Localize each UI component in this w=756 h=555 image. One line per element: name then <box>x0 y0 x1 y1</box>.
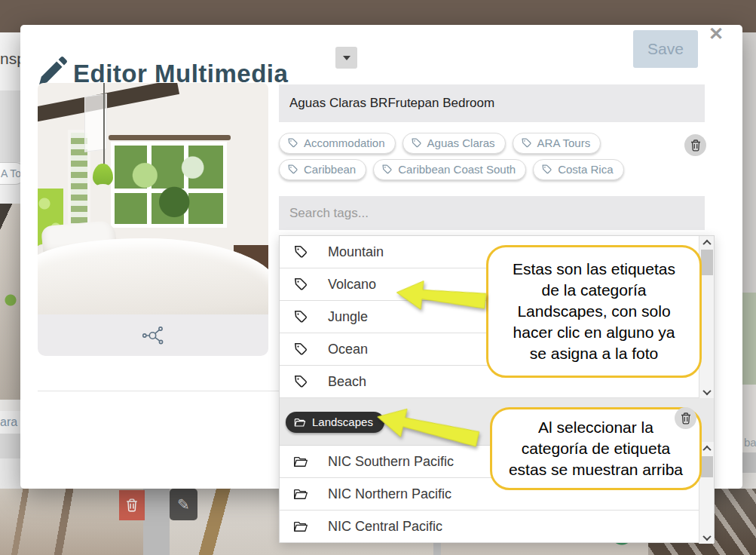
tag-option-label: Beach <box>328 374 366 390</box>
callout-line: Al seleccionar la <box>497 417 695 438</box>
edit-photo-icon: ✎ <box>170 489 197 520</box>
background-chip-area: A To <box>0 162 20 204</box>
network-icon <box>142 324 164 347</box>
media-name-input[interactable] <box>279 84 705 122</box>
scroll-up-icon[interactable] <box>699 236 715 249</box>
callout-line: de la categoría <box>493 280 695 301</box>
search-tags-input[interactable] <box>279 196 705 230</box>
scrollbar-thumb[interactable] <box>701 456 713 477</box>
photo-beam <box>38 83 179 123</box>
callout-line: Landscapes, con solo <box>493 301 695 322</box>
category-option-label: NIC Northern Pacific <box>328 486 451 502</box>
category-option-nic-central-pacific[interactable]: NIC Central Pacific <box>280 511 699 543</box>
screen: nsp A To ara ba ✎ Editor Multimedia Save… <box>0 0 756 555</box>
tag-label: Aguas Claras <box>427 136 495 149</box>
media-preview-image <box>38 83 268 314</box>
tag-label: Caribbean Coast South <box>398 163 516 176</box>
assigned-tag-chip[interactable]: Caribbean <box>279 159 366 180</box>
trash-icon <box>690 140 701 152</box>
tag-option-label: Jungle <box>328 309 368 325</box>
tag-icon <box>293 309 308 324</box>
tag-icon <box>521 137 532 149</box>
tag-icon <box>293 277 308 292</box>
background-bar <box>742 452 756 473</box>
photo-window <box>111 142 227 228</box>
tag-icon <box>293 342 308 357</box>
chevron-down-icon <box>343 56 350 64</box>
tag-icon <box>541 164 552 175</box>
trash-icon <box>681 412 691 425</box>
callout-line: se asigna a la foto <box>493 343 695 364</box>
callout-line: Estas son las etiquetas <box>493 259 695 280</box>
tag-label: Caribbean <box>304 163 356 176</box>
folder-open-icon <box>293 519 308 534</box>
background-breadcrumb-fragment: nsp <box>0 32 20 90</box>
callout-line: estas se muestran arriba <box>497 459 695 480</box>
tag-option-label: Volcano <box>328 277 376 293</box>
background-strip <box>0 90 20 162</box>
background-strip <box>0 434 20 458</box>
assigned-tag-chip[interactable]: Caribbean Coast South <box>373 159 526 180</box>
scroll-down-icon[interactable] <box>699 531 715 544</box>
folder-open-icon <box>293 454 308 469</box>
background-text-fragment: ba <box>744 436 756 449</box>
background-strip <box>0 458 20 489</box>
background-photo-left <box>0 204 20 400</box>
save-button[interactable]: Save <box>633 30 698 68</box>
assigned-tag-chip[interactable]: ARA Tours <box>513 133 601 154</box>
tag-icon <box>287 164 298 175</box>
background-photo-right <box>742 293 756 385</box>
photo-curtain-rod <box>109 135 231 140</box>
tag-icon <box>293 244 308 259</box>
assigned-tags: Accommodation Aguas Claras ARA Tours Car… <box>279 133 675 180</box>
selected-category-label: Landscapes <box>312 415 373 428</box>
scrollbar-thumb[interactable] <box>701 250 713 275</box>
selected-category-chip[interactable]: Landscapes <box>286 412 384 433</box>
tag-icon <box>287 137 298 149</box>
category-option-label: NIC Central Pacific <box>328 519 442 535</box>
category-option-label: NIC Southern Pacific <box>328 454 454 470</box>
title-dropdown-button[interactable] <box>335 47 357 69</box>
folder-open-icon <box>293 486 308 501</box>
tag-option-label: Ocean <box>328 342 368 357</box>
delete-photo-icon <box>119 490 145 520</box>
background-caption-fragment: ara <box>0 411 20 434</box>
tag-icon <box>411 137 422 149</box>
tag-icon <box>293 374 308 389</box>
tag-label: Accommodation <box>304 136 385 149</box>
clear-category-button[interactable] <box>675 407 696 429</box>
annotation-callout-category: Al seleccionar la categoría de etiqueta … <box>490 407 702 490</box>
annotation-callout-tags: Estas son las etiquetas de la categoría … <box>486 245 702 378</box>
callout-line: hacer clic en alguno ya <box>493 322 695 343</box>
close-icon[interactable]: ✕ <box>705 23 727 45</box>
scroll-up-icon[interactable] <box>699 442 715 455</box>
photo-lamp-rim <box>96 184 110 190</box>
scroll-down-icon[interactable] <box>699 385 715 398</box>
assigned-tag-chip[interactable]: Costa Rica <box>533 159 623 180</box>
assigned-tag-chip[interactable]: Aguas Claras <box>402 133 506 154</box>
section-divider <box>38 391 294 391</box>
tag-icon <box>381 164 393 175</box>
tag-option-label: Mountain <box>328 244 384 260</box>
callout-line: categoría de etiqueta <box>497 438 695 459</box>
folder-open-icon <box>294 416 306 428</box>
background-right-light: ba <box>742 385 756 489</box>
tag-label: Costa Rica <box>558 163 613 176</box>
tag-label: ARA Tours <box>537 136 591 149</box>
clear-tags-button[interactable] <box>684 134 706 156</box>
assigned-tag-chip[interactable]: Accommodation <box>279 133 396 154</box>
pencil-icon <box>37 57 67 87</box>
photo-lamp <box>93 164 113 186</box>
share-media-button[interactable] <box>38 314 268 356</box>
photo-lamp-cord <box>103 83 105 166</box>
